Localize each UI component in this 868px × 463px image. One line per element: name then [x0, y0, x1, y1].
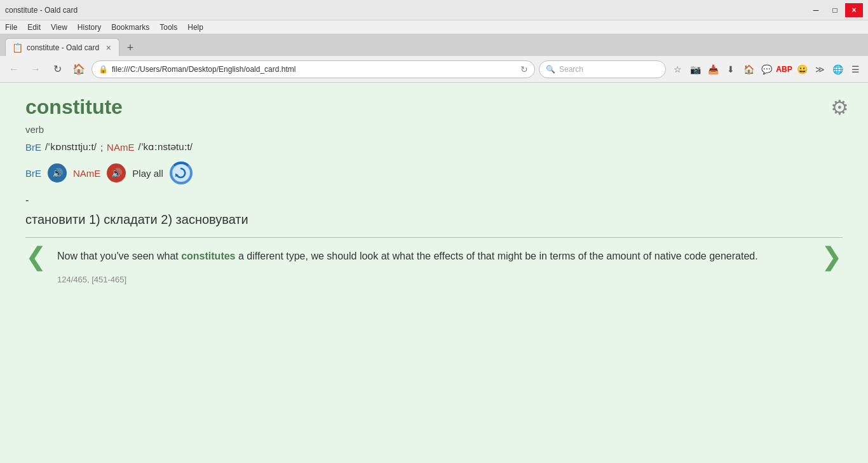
audio-bre-button[interactable]: 🔊	[48, 163, 67, 183]
speaker-bre-icon: 🔊	[52, 168, 63, 178]
search-placeholder: Search	[559, 65, 659, 74]
new-tab-button[interactable]: +	[122, 39, 139, 56]
window-title: constitute - Oald card	[5, 6, 78, 15]
bre-label: BrE	[25, 142, 41, 153]
play-all-label[interactable]: Play all	[132, 168, 163, 179]
reload-button[interactable]: ↻	[48, 60, 66, 78]
dash-separator: -	[25, 195, 843, 206]
browser-toolbar: ← → ↻ 🏠 🔒 file:///C:/Users/Roman/Desktop…	[0, 56, 868, 83]
menu-file[interactable]: File	[5, 23, 17, 32]
audio-name-button[interactable]: 🔊	[107, 163, 126, 183]
refresh-button[interactable]	[170, 162, 193, 184]
bre-pronunciation: /ˈkɒnstɪtjuːt/	[45, 141, 97, 153]
address-bar[interactable]: 🔒 file:///C:/Users/Roman/Desktop/English…	[92, 60, 535, 78]
search-box[interactable]: 🔍 Search	[539, 60, 666, 78]
audio-row: BrE 🔊 NAmE 🔊 Play all	[25, 162, 843, 184]
maximize-button[interactable]: □	[826, 3, 844, 17]
audio-name-label[interactable]: NAmE	[73, 168, 100, 179]
prev-arrow[interactable]: ❮	[25, 242, 47, 271]
toolbar-icons: ☆ 📷 📥 ⬇ 🏠 💬 ABP 😀 ≫ 🌐 ☰	[670, 62, 863, 77]
page-content: ⚙ constitute verb BrE /ˈkɒnstɪtjuːt/ ; N…	[0, 83, 868, 463]
example-highlight: constitutes	[181, 251, 235, 261]
active-tab[interactable]: 📋 constitute - Oald card ×	[5, 38, 119, 56]
close-button[interactable]: ×	[845, 3, 863, 17]
word-pos: verb	[25, 124, 843, 135]
reload-inline-button[interactable]: ↻	[520, 64, 528, 74]
translation-text: становити 1) складати 2) засновувати	[25, 212, 843, 227]
home2-icon[interactable]: 🏠	[741, 62, 756, 77]
window-controls: ─ □ ×	[807, 3, 863, 17]
settings-gear-icon[interactable]: ⚙	[831, 95, 849, 120]
name-pronunciation: /ˈkɑːnstətuːt/	[138, 141, 193, 153]
menu-bar: File Edit View History Bookmarks Tools H…	[0, 20, 868, 34]
example-text-before: Now that you've seen what	[57, 251, 181, 261]
home-button[interactable]: 🏠	[70, 60, 88, 78]
example-text-after: a different type, we should look at what…	[236, 251, 758, 261]
pron-separator: ;	[100, 142, 103, 153]
next-arrow[interactable]: ❯	[821, 242, 843, 271]
menu-tools[interactable]: Tools	[159, 23, 177, 32]
overflow-icon[interactable]: ≫	[812, 62, 827, 77]
menu-bookmarks[interactable]: Bookmarks	[111, 23, 149, 32]
tab-bar: 📋 constitute - Oald card × +	[0, 34, 868, 56]
menu-history[interactable]: History	[78, 23, 101, 32]
example-text: Now that you've seen what constitutes a …	[57, 248, 811, 265]
minimize-button[interactable]: ─	[807, 3, 825, 17]
translate-icon[interactable]: 🌐	[830, 62, 845, 77]
synced-tabs-icon[interactable]: 💬	[759, 62, 774, 77]
example-counter: 124/465, [451-465]	[25, 275, 843, 284]
audio-bre-label[interactable]: BrE	[25, 168, 41, 179]
content-divider	[25, 237, 843, 238]
adblock-icon[interactable]: ABP	[776, 62, 792, 77]
speaker-name-icon: 🔊	[111, 168, 122, 178]
avatar-icon[interactable]: 😀	[794, 62, 810, 77]
back-button[interactable]: ←	[5, 60, 23, 78]
screenshot-icon[interactable]: 📷	[688, 62, 703, 77]
menu-edit[interactable]: Edit	[27, 23, 41, 32]
address-text: file:///C:/Users/Roman/Desktop/English/o…	[112, 65, 517, 74]
name-label: NAmE	[107, 142, 134, 153]
title-bar: constitute - Oald card ─ □ ×	[0, 0, 868, 20]
tab-title: constitute - Oald card	[27, 43, 101, 52]
forward-button[interactable]: →	[27, 60, 44, 78]
word-title: constitute	[25, 95, 843, 119]
menu-help[interactable]: Help	[187, 23, 203, 32]
tab-favicon: 📋	[12, 43, 23, 53]
example-container: ❮ Now that you've seen what constitutes …	[25, 248, 843, 265]
tab-close-button[interactable]: ×	[105, 43, 112, 53]
menu-icon[interactable]: ☰	[848, 62, 863, 77]
refresh-icon	[175, 167, 187, 179]
bookmark-star-icon[interactable]: ☆	[670, 62, 685, 77]
menu-view[interactable]: View	[51, 23, 67, 32]
pocket-icon[interactable]: 📥	[705, 62, 721, 77]
download-icon[interactable]: ⬇	[723, 62, 738, 77]
pronunciation-row: BrE /ˈkɒnstɪtjuːt/ ; NAmE /ˈkɑːnstətuːt/	[25, 141, 843, 153]
